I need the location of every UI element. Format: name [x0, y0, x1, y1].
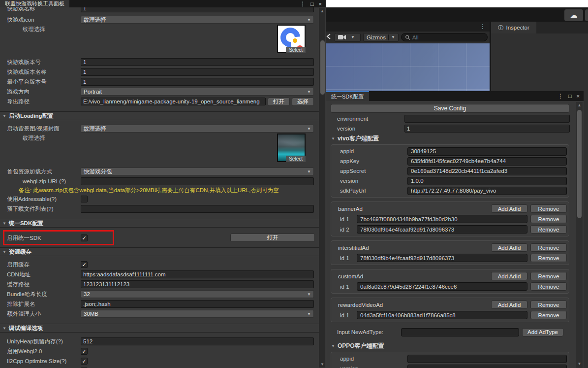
bundle-hash-dropdown[interactable]: 32 ▼ — [81, 290, 314, 298]
tool-chevron-icon[interactable] — [325, 33, 332, 41]
oppo-appid-input[interactable] — [407, 355, 567, 363]
version-code-input[interactable] — [81, 58, 314, 66]
webgl2-checkbox[interactable]: ✓ — [81, 348, 88, 355]
add-adid-button[interactable]: Add AdId — [491, 204, 527, 213]
unity-heap-input[interactable] — [81, 337, 314, 345]
scripts-only-row: Scripts Only Build(?) ✓ — [0, 366, 319, 368]
ad-group-name: rewardedVideoAd — [338, 302, 488, 308]
new-adtype-input[interactable] — [401, 328, 519, 336]
maximize-icon[interactable]: □ — [310, 1, 314, 7]
export-path-input[interactable] — [81, 98, 266, 105]
webgl-url-input[interactable] — [81, 177, 314, 185]
exclude-ext-input[interactable] — [81, 300, 314, 308]
cdn-input[interactable] — [81, 270, 314, 278]
oppo-version-input[interactable] — [407, 365, 567, 368]
first-package-dropdown[interactable]: 快游戏分包 ▼ — [81, 167, 314, 175]
cache-path-input[interactable] — [81, 280, 314, 288]
save-config-button[interactable]: Save Config — [331, 104, 569, 113]
vivo-sdkpayurl-input[interactable] — [407, 187, 567, 195]
left-window-tab[interactable]: 联盟快游戏转换工具面板 — [0, 0, 69, 7]
vivo-appid-input[interactable] — [407, 147, 567, 156]
game-icon-dropdown[interactable]: 纹理选择 ▼ — [81, 16, 314, 24]
ad-id-input[interactable] — [357, 225, 527, 234]
version-name-input[interactable] — [81, 68, 314, 76]
sdk-version-input[interactable] — [404, 125, 570, 133]
open-sdk-button[interactable]: 打开 — [230, 234, 315, 242]
vivo-version-input[interactable] — [407, 177, 567, 185]
check-icon: ✓ — [82, 349, 86, 354]
left-window-scrollbar[interactable]: ▲ ▼ — [319, 8, 325, 368]
ad-id-input[interactable] — [357, 282, 527, 291]
add-adid-button[interactable]: Add AdId — [491, 301, 527, 309]
scroll-up-icon[interactable]: ▲ — [319, 9, 325, 13]
add-adid-button[interactable]: Add AdId — [491, 243, 527, 252]
scene-search-input[interactable] — [412, 34, 484, 40]
section-loading-config[interactable]: ▼ 启动Loading配置 — [0, 111, 319, 120]
remove-adtype-button[interactable]: Remove — [530, 204, 567, 213]
il2cpp-checkbox[interactable]: ✓ — [81, 358, 88, 365]
close-icon[interactable]: × — [319, 1, 322, 7]
oppo-foldout[interactable]: ▼ OPPO客户端配置 — [330, 341, 570, 351]
maximize-icon[interactable]: □ — [568, 93, 572, 99]
first-package-row: 首包资源加载方式 快游戏分包 ▼ — [0, 167, 319, 176]
environment-input[interactable] — [404, 115, 570, 123]
cache-path-label: 缓存路径 — [7, 281, 79, 288]
add-adid-button[interactable]: Add AdId — [491, 272, 527, 280]
account-button-partial[interactable] — [585, 9, 588, 21]
sdk-window-scrollbar[interactable]: ▲ ▼ — [576, 102, 583, 368]
game-name-input[interactable] — [81, 7, 314, 12]
window-menu-kebab-icon[interactable]: ⋮ — [300, 0, 306, 7]
remove-adid-button[interactable]: Remove — [530, 215, 567, 223]
ad-id-input[interactable] — [357, 254, 527, 262]
texture-select-button[interactable]: Select — [286, 47, 306, 53]
vivo-foldout[interactable]: ▼ vivo客户端配置 — [330, 134, 570, 143]
open-path-button[interactable]: 打开 — [268, 98, 290, 106]
remove-adtype-button[interactable]: Remove — [530, 272, 567, 280]
scroll-up-icon[interactable]: ▲ — [576, 103, 583, 107]
scene-camera-button[interactable]: ▼ — [335, 33, 361, 42]
texture-select-button2[interactable]: Select — [286, 156, 306, 162]
window-menu-kebab-icon[interactable]: ⋮ — [557, 93, 563, 100]
tab-inspector[interactable]: ⓘ Inspector — [491, 22, 536, 33]
predownload-label: 预下载文件列表(?) — [7, 205, 79, 213]
close-icon[interactable]: × — [577, 93, 580, 99]
bg-texture-dropdown[interactable]: 纹理选择 ▼ — [81, 125, 314, 133]
predownload-input[interactable] — [81, 205, 314, 213]
remove-adid-button[interactable]: Remove — [530, 282, 567, 291]
orientation-dropdown[interactable]: Portrait ▼ — [81, 88, 314, 96]
cloud-button[interactable]: ☁ — [564, 9, 583, 21]
enable-cache-checkbox[interactable]: ✓ — [81, 261, 88, 268]
ad-id-input[interactable] — [357, 215, 527, 223]
section-debug-options[interactable]: ▼ 调试编译选项 — [0, 324, 319, 333]
choose-path-button[interactable]: 选择 — [292, 98, 314, 106]
scene-menu-kebab-icon[interactable]: ⋮ — [480, 23, 486, 30]
remove-adid-button[interactable]: Remove — [530, 225, 567, 234]
vivo-appsecret-input[interactable] — [407, 167, 567, 175]
remove-adtype-button[interactable]: Remove — [530, 243, 567, 252]
oppo-appid-label: appid — [340, 356, 405, 362]
scroll-down-icon[interactable]: ▼ — [576, 362, 583, 366]
foldout-arrow-icon: ▼ — [331, 136, 335, 141]
ad-id-input[interactable] — [357, 311, 527, 319]
scene-viewport[interactable] — [326, 43, 490, 91]
add-adtype-button[interactable]: Add AdType — [522, 328, 563, 336]
scroll-down-icon[interactable]: ▼ — [319, 362, 325, 367]
section-sdk-config[interactable]: ▼ 统一SDK配置 — [0, 219, 319, 228]
sdk-window-tab[interactable]: 统一SDK配置 — [326, 91, 369, 101]
icon-texture-preview[interactable]: Select — [277, 25, 306, 53]
section-resource-cache[interactable]: ▼ 资源缓存 — [0, 247, 319, 256]
scene-search-box[interactable] — [401, 33, 488, 41]
scrollbar-thumb[interactable] — [577, 110, 582, 218]
addressable-checkbox[interactable] — [81, 196, 88, 202]
gizmos-dropdown[interactable]: Gizmos ▼ — [363, 33, 399, 42]
remove-adid-button[interactable]: Remove — [530, 254, 567, 262]
bg-texture-preview[interactable]: Select — [277, 134, 306, 162]
scrollbar-thumb[interactable] — [320, 40, 325, 95]
min-platform-label: 最小平台版本号 — [7, 78, 79, 86]
enable-sdk-checkbox[interactable]: ✓ — [81, 234, 88, 241]
remove-adtype-button[interactable]: Remove — [530, 301, 567, 309]
extra-clean-dropdown[interactable]: 30MB ▼ — [81, 310, 314, 318]
min-platform-input[interactable] — [81, 78, 314, 86]
vivo-appkey-input[interactable] — [407, 157, 567, 166]
remove-adid-button[interactable]: Remove — [530, 311, 567, 319]
